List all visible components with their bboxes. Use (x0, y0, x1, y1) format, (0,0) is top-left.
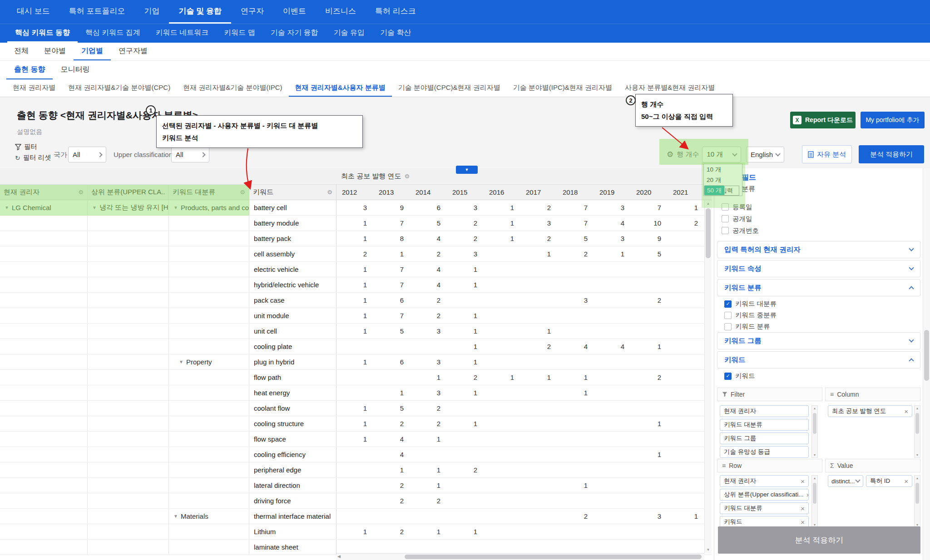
settings-icon[interactable]: ⚙ (78, 189, 84, 196)
aggregation-select[interactable]: distinct... (828, 475, 863, 487)
scroll-down-arrow-icon[interactable]: ▼ (812, 453, 817, 457)
value-field-chip[interactable]: 특허 ID × (866, 475, 912, 487)
scrollbar-thumb[interactable] (706, 208, 711, 258)
secondary-nav-item[interactable]: 키워드 네트워크 (148, 24, 216, 43)
primary-nav-item[interactable]: 특허 리스크 (366, 0, 425, 24)
close-icon[interactable]: × (798, 505, 805, 512)
scrollbar-thumb[interactable] (405, 555, 702, 559)
checkbox[interactable]: ✓ (724, 373, 732, 380)
field-checkbox-row[interactable]: 공개일 (722, 215, 759, 223)
sidebar-apply-button[interactable]: 분석 적용하기 (718, 526, 920, 554)
sidebar-panel[interactable]: 키워드 그룹 (717, 332, 920, 349)
checkbox[interactable] (722, 203, 729, 211)
add-to-portfolio-button[interactable]: My portfolio에 추가 (861, 112, 925, 128)
settings-icon[interactable]: ⚙ (405, 173, 410, 180)
secondary-nav-item[interactable]: 기술 자기 융합 (263, 24, 326, 43)
settings-icon[interactable]: ⚙ (327, 189, 332, 196)
upper-classification-select[interactable]: All (171, 147, 209, 162)
filter-field-chip[interactable]: 키워드 그룹 (720, 432, 809, 444)
row-count-option[interactable]: 50 개 (704, 185, 725, 196)
panel-checkbox-row[interactable]: ✓키워드 (717, 370, 920, 382)
tab-nav-item[interactable]: 현재 권리자별&사용자 분류별 (289, 79, 392, 97)
sidebar-panel[interactable]: 입력 특허의 현재 권리자 (717, 241, 920, 258)
secondary-nav-item[interactable]: 기술 유입 (326, 24, 372, 43)
panel-checkbox-row[interactable]: 키워드 분류 (717, 321, 920, 332)
language-select[interactable]: English (746, 147, 784, 162)
filter-field-chip[interactable]: 기술 유망성 등급 (720, 446, 809, 458)
close-icon[interactable]: × (904, 477, 908, 485)
report-download-button[interactable]: X Report 다운로드 (790, 112, 856, 128)
table-horiz-scrollbar[interactable]: ◀ (336, 553, 704, 560)
row-count-option[interactable]: 10 개 (704, 164, 742, 175)
primary-nav-item[interactable]: 비즈니스 (316, 0, 366, 24)
close-icon[interactable]: × (798, 477, 805, 485)
filter-field-chip[interactable]: 키워드 대분류 (720, 419, 809, 431)
scroll-up-arrow-icon[interactable]: ▲ (915, 407, 920, 410)
primary-nav-item[interactable]: 특허 포트폴리오 (59, 0, 135, 24)
primary-nav-item[interactable]: 기술 및 융합 (169, 0, 231, 24)
mode-nav-item[interactable]: 모니터링 (53, 61, 97, 79)
secondary-nav-item[interactable]: 핵심 키워드 동향 (7, 24, 78, 43)
scrollbar-thumb[interactable] (813, 413, 816, 434)
collapse-triangle-icon[interactable]: ▼ (5, 205, 9, 210)
scrollbar-thumb[interactable] (915, 413, 919, 434)
collapse-header-button[interactable]: ▼ (456, 166, 478, 174)
scroll-up-arrow-icon[interactable]: ▲ (705, 201, 712, 206)
secondary-nav-item[interactable]: 핵심 키워드 집계 (78, 24, 148, 43)
primary-nav-item[interactable]: 대시 보드 (7, 0, 59, 24)
checkbox[interactable]: ✓ (724, 300, 732, 308)
filter-toggle[interactable]: 필터 (15, 142, 51, 151)
scope-nav-item[interactable]: 전체 (6, 43, 36, 60)
tab-nav-item[interactable]: 현재 권리자별&기술 분야별(IPC) (177, 79, 288, 97)
sidebar-panel[interactable]: 키워드 속성 (717, 260, 920, 277)
close-icon[interactable]: × (798, 518, 805, 526)
tab-nav-item[interactable]: 현재 권리자별&기술 분야별(CPC) (62, 79, 177, 97)
sidebar-panel[interactable]: 키워드 (717, 351, 920, 368)
scroll-left-arrow-icon[interactable]: ◀ (337, 554, 341, 559)
field-checkbox-row[interactable]: 공개번호 (722, 226, 759, 235)
secondary-nav-item[interactable]: 키워드 맵 (216, 24, 262, 43)
filter-field-chip[interactable]: 현재 권리자 (720, 405, 809, 417)
checkbox[interactable] (722, 215, 729, 222)
scroll-down-arrow-icon[interactable]: ▼ (915, 453, 920, 457)
primary-nav-item[interactable]: 연구자 (231, 0, 273, 24)
free-analysis-button[interactable]: 자유 분석 (802, 145, 852, 163)
sidebar-panel[interactable]: 키워드 분류 (717, 279, 920, 296)
close-icon[interactable]: × (901, 408, 908, 415)
apply-analysis-button[interactable]: 분석 적용하기 (859, 145, 924, 163)
scope-nav-item[interactable]: 연구자별 (111, 43, 155, 60)
checkbox[interactable] (724, 312, 732, 319)
row-count-select[interactable]: 10 개 (702, 147, 741, 162)
scroll-up-arrow-icon[interactable]: ▲ (812, 407, 817, 410)
scroll-up-arrow-icon[interactable]: ▲ (812, 476, 817, 480)
collapse-triangle-icon[interactable]: ▼ (173, 514, 178, 519)
scroll-down-arrow-icon[interactable]: ▼ (812, 523, 817, 526)
field-checkbox-row[interactable]: 등록일 (722, 203, 759, 211)
table-vertical-scrollbar[interactable]: ▲ ▼ (704, 200, 712, 553)
primary-nav-item[interactable]: 이벤트 (273, 0, 316, 24)
scrollbar-thumb[interactable] (813, 483, 816, 504)
collapse-triangle-icon[interactable]: ▼ (173, 205, 178, 210)
column-field-chip[interactable]: 최초 공보 발행 연도× (828, 405, 912, 417)
mode-nav-item[interactable]: 출현 동향 (6, 61, 53, 79)
scrollbar-thumb[interactable] (924, 330, 929, 381)
scroll-down-arrow-icon[interactable]: ▼ (705, 548, 712, 552)
panel-checkbox-row[interactable]: ✓키워드 대분류 (717, 298, 920, 309)
filter-reset-button[interactable]: ↻ 필터 리셋 (15, 153, 51, 162)
row-count-option[interactable]: 20 개 (704, 175, 742, 185)
collapse-triangle-icon[interactable]: ▼ (179, 359, 183, 364)
scroll-up-arrow-icon[interactable]: ▲ (915, 476, 920, 480)
scope-nav-item[interactable]: 분야별 (36, 43, 74, 60)
row-field-chip[interactable]: 상위 분류(Upper classificati...× (720, 489, 809, 501)
collapse-triangle-icon[interactable]: ▼ (92, 205, 97, 210)
sidebar-scrollbar[interactable] (923, 168, 930, 560)
close-icon[interactable]: × (804, 491, 809, 499)
row-field-chip[interactable]: 현재 권리자× (720, 475, 809, 487)
row-list-scrollbar[interactable]: ▲▼ (811, 475, 818, 528)
panel-checkbox-row[interactable]: 키워드 중분류 (717, 309, 920, 321)
secondary-nav-item[interactable]: 기술 확산 (372, 24, 419, 43)
tab-nav-item[interactable]: 현재 권리자별 (6, 79, 62, 97)
country-select[interactable]: All (68, 147, 106, 162)
checkbox[interactable] (724, 323, 732, 330)
tab-nav-item[interactable]: 기술 분야별(CPC)&현재 권리자별 (392, 79, 507, 97)
